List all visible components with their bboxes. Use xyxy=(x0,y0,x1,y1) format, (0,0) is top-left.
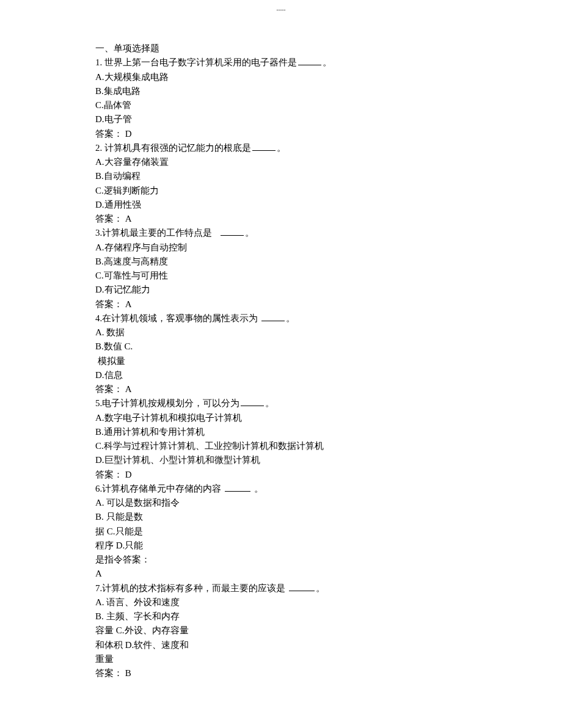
answer: 答案： A xyxy=(95,297,474,311)
option: A. 数据 xyxy=(95,326,474,340)
question-stem: 5.电子计算机按规模划分，可以分为。 xyxy=(95,396,474,410)
option: B.数值 C. xyxy=(95,340,474,354)
question-stem: 4.在计算机领域，客观事物的属性表示为 。 xyxy=(95,311,474,326)
question-stem: 7.计算机的技术指标有多种，而最主要的应该是 。 xyxy=(95,581,474,595)
option: C.科学与过程计算计算机、工业控制计算机和数据计算机 xyxy=(95,439,474,453)
answer: 答案： D xyxy=(95,468,474,482)
answer: 答案： A xyxy=(95,212,474,226)
section-title: 一、单项选择题 xyxy=(95,42,474,56)
option: A xyxy=(95,567,474,581)
option: B.通用计算机和专用计算机 xyxy=(95,425,474,439)
option: 据 C.只能是 xyxy=(95,525,474,539)
option: 容量 C.外设、内存容量 xyxy=(95,624,474,638)
answer: 答案： A xyxy=(95,382,474,396)
option: D.巨型计算机、小型计算机和微型计算机 xyxy=(95,453,474,467)
option: C.可靠性与可用性 xyxy=(95,269,474,283)
option: A. 可以是数据和指令 xyxy=(95,496,474,510)
option: 是指令答案： xyxy=(95,553,474,567)
option: C.逻辑判断能力 xyxy=(95,184,474,198)
option: B.集成电路 xyxy=(95,84,474,98)
option: A.大容量存储装置 xyxy=(95,155,474,169)
option: A. 语言、外设和速度 xyxy=(95,595,474,610)
option: 重量 xyxy=(95,652,474,666)
option: A.大规模集成电路 xyxy=(95,70,474,84)
page-header-marker: ----- xyxy=(277,6,286,15)
answer: 答案： B xyxy=(95,666,474,680)
option: C.晶体管 xyxy=(95,98,474,112)
option: D.通用性强 xyxy=(95,198,474,212)
document-content: 一、单项选择题 1. 世界上第一台电子数字计算机采用的电子器件是。 A.大规模集… xyxy=(95,42,474,680)
option: D.电子管 xyxy=(95,112,474,126)
option: D.信息 xyxy=(95,368,474,382)
option: D.有记忆能力 xyxy=(95,283,474,297)
question-stem: 1. 世界上第一台电子数字计算机采用的电子器件是。 xyxy=(95,56,474,70)
option: A.数字电子计算机和模拟电子计算机 xyxy=(95,411,474,425)
option: B.高速度与高精度 xyxy=(95,255,474,269)
question-stem: 2. 计算机具有很强的记忆能力的根底是。 xyxy=(95,141,474,155)
option: A.存储程序与自动控制 xyxy=(95,241,474,255)
option: B. 主频、字长和内存 xyxy=(95,610,474,624)
question-stem: 6.计算机存储单元中存储的内容 。 xyxy=(95,482,474,496)
option: B. 只能是数 xyxy=(95,510,474,524)
option: 程序 D.只能 xyxy=(95,539,474,553)
option: B.自动编程 xyxy=(95,169,474,183)
answer: 答案： D xyxy=(95,127,474,141)
question-stem: 3.计算机最主要的工作特点是 。 xyxy=(95,226,474,240)
option: 和体积 D.软件、速度和 xyxy=(95,638,474,652)
option: 模拟量 xyxy=(95,354,474,368)
